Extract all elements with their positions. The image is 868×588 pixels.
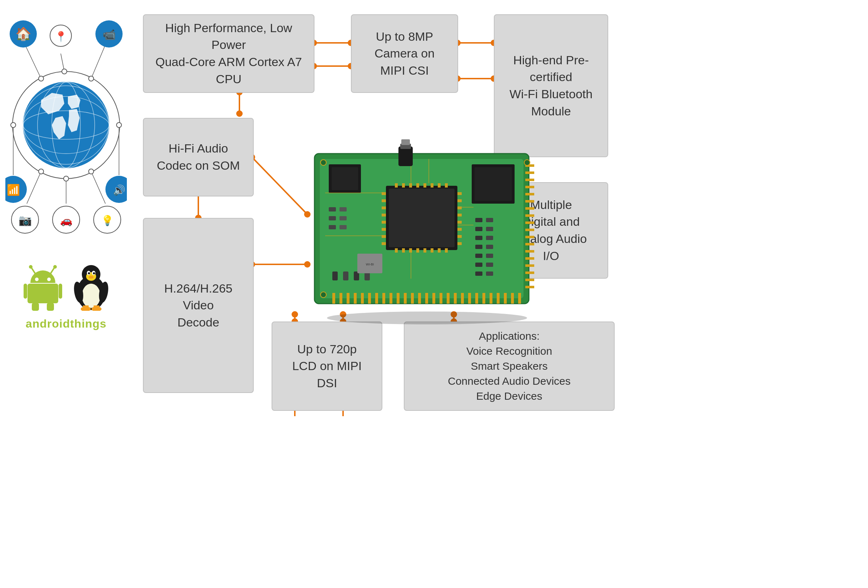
svg-rect-200: [340, 216, 347, 220]
svg-rect-189: [458, 221, 462, 224]
svg-rect-185: [458, 192, 462, 195]
svg-rect-181: [382, 221, 386, 224]
svg-point-111: [327, 311, 527, 324]
svg-rect-119: [368, 293, 371, 304]
svg-rect-120: [375, 293, 378, 304]
linux-penguin-icon: [73, 264, 109, 311]
svg-text:💡: 💡: [101, 215, 114, 227]
svg-point-56: [88, 272, 90, 274]
svg-point-18: [11, 122, 16, 128]
svg-rect-135: [483, 293, 485, 304]
svg-rect-45: [28, 284, 58, 303]
svg-rect-210: [486, 245, 493, 249]
svg-rect-123: [397, 293, 400, 304]
svg-rect-139: [511, 293, 514, 304]
svg-rect-132: [461, 293, 464, 304]
svg-rect-204: [486, 218, 493, 222]
svg-rect-230: [401, 139, 410, 145]
os-logos-row: [23, 264, 109, 311]
pcb-svg: WI-BI: [304, 136, 547, 329]
svg-rect-153: [525, 250, 534, 253]
svg-rect-191: [458, 235, 462, 238]
svg-line-14: [91, 171, 105, 203]
svg-point-20: [38, 169, 44, 174]
cpu-feature-text: High Performance, Low Power Quad-Core AR…: [151, 20, 307, 87]
svg-rect-203: [475, 218, 483, 222]
svg-rect-206: [486, 227, 493, 231]
camera-feature-text: Up to 8MP Camera on MIPI CSI: [375, 28, 434, 79]
svg-rect-228: [399, 146, 413, 166]
svg-rect-134: [475, 293, 478, 304]
applications-feature-text: Applications: Voice Recognition Smart Sp…: [448, 329, 571, 404]
svg-rect-136: [490, 293, 492, 304]
svg-rect-47: [59, 284, 62, 299]
svg-point-58: [89, 276, 94, 279]
svg-point-233: [320, 160, 326, 165]
svg-point-0: [23, 82, 109, 168]
svg-rect-149: [525, 221, 534, 224]
svg-rect-61: [83, 305, 89, 310]
svg-rect-115: [340, 293, 342, 304]
svg-rect-133: [468, 293, 471, 304]
svg-rect-62: [94, 305, 99, 310]
svg-rect-164: [416, 183, 419, 187]
svg-rect-156: [525, 271, 534, 274]
svg-rect-209: [475, 245, 483, 249]
svg-rect-215: [475, 271, 483, 276]
svg-rect-180: [382, 214, 386, 217]
svg-rect-148: [525, 214, 534, 217]
svg-rect-170: [402, 248, 405, 253]
svg-line-8: [91, 45, 105, 79]
main-diagram-area: High Performance, Low Power Quad-Core AR…: [132, 7, 868, 582]
svg-rect-216: [486, 271, 493, 276]
svg-rect-173: [424, 248, 426, 253]
svg-text:📷: 📷: [19, 214, 32, 227]
svg-rect-199: [329, 216, 336, 220]
svg-rect-202: [340, 225, 347, 229]
video-decode-feature-box: H.264/H.265 Video Decode: [143, 218, 254, 393]
svg-rect-207: [475, 236, 483, 240]
svg-rect-169: [395, 248, 398, 253]
svg-rect-142: [525, 171, 534, 174]
svg-rect-154: [525, 257, 534, 260]
svg-rect-175: [438, 248, 441, 253]
cpu-feature-box: High Performance, Low Power Quad-Core AR…: [143, 14, 314, 93]
svg-point-16: [89, 76, 94, 81]
svg-rect-48: [32, 303, 39, 311]
svg-rect-152: [525, 243, 534, 245]
androidthings-label: androidthings: [26, 317, 106, 330]
svg-point-21: [63, 176, 69, 181]
svg-rect-155: [525, 264, 534, 267]
svg-text:📶: 📶: [7, 184, 21, 196]
svg-rect-218: [343, 271, 348, 280]
svg-line-12: [27, 171, 41, 203]
svg-point-44: [47, 277, 51, 281]
svg-rect-128: [433, 293, 435, 304]
camera-feature-box: Up to 8MP Camera on MIPI CSI: [351, 14, 458, 93]
svg-rect-118: [361, 293, 364, 304]
svg-rect-190: [458, 228, 462, 231]
svg-rect-158: [525, 286, 534, 288]
svg-rect-174: [431, 248, 434, 253]
svg-rect-178: [382, 199, 386, 202]
svg-rect-196: [332, 167, 358, 190]
android-robot-icon: [23, 264, 62, 311]
lcd-feature-text: Up to 720p LCD on MIPI DSI: [292, 341, 362, 392]
svg-point-51: [82, 284, 100, 308]
svg-rect-145: [525, 193, 534, 195]
svg-rect-129: [440, 293, 442, 304]
svg-point-43: [35, 277, 38, 281]
wifi-feature-text: High-end Pre- certified Wi-Fi Bluetooth …: [509, 52, 592, 120]
svg-point-110: [236, 111, 243, 117]
svg-rect-122: [390, 293, 393, 304]
svg-point-15: [38, 76, 44, 81]
svg-rect-167: [438, 183, 441, 187]
applications-feature-box: Applications: Voice Recognition Smart Sp…: [404, 321, 615, 411]
svg-rect-194: [475, 167, 512, 201]
audio-codec-feature-box: Hi-Fi Audio Codec on SOM: [143, 118, 254, 196]
audio-codec-feature-text: Hi-Fi Audio Codec on SOM: [157, 140, 240, 174]
svg-rect-184: [382, 242, 386, 245]
svg-rect-131: [454, 293, 457, 304]
svg-rect-162: [402, 183, 405, 187]
svg-rect-188: [458, 214, 462, 217]
